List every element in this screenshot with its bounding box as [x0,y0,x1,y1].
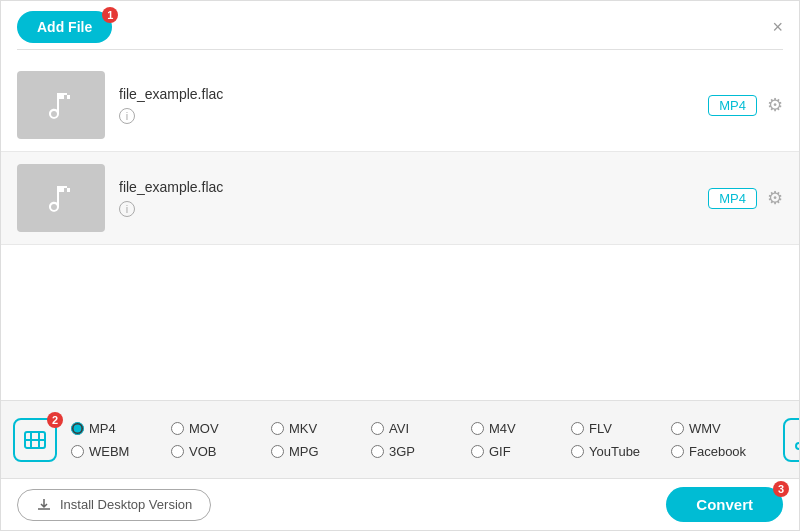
format-option-mpg: MPG [271,444,371,459]
3gp-label[interactable]: 3GP [389,444,415,459]
file-info: file_example.flac i [119,179,708,217]
convert-wrapper: 3 Convert [666,487,783,522]
format-row-2: WEBM VOB MPG 3GP GIF [71,444,771,459]
file-item: file_example.flac i MP4 ⚙ [1,152,799,245]
vob-radio[interactable] [171,445,184,458]
mpg-label[interactable]: MPG [289,444,319,459]
youtube-label[interactable]: YouTube [589,444,640,459]
gif-label[interactable]: GIF [489,444,511,459]
settings-button[interactable]: ⚙ [767,187,783,209]
format-rows: MP4 MOV MKV AVI M4V [71,421,771,459]
format-row-1: MP4 MOV MKV AVI M4V [71,421,771,436]
format-option-mkv: MKV [271,421,371,436]
file-thumbnail [17,164,105,232]
vob-label[interactable]: VOB [189,444,216,459]
music-icon [43,180,79,216]
wmv-radio[interactable] [671,422,684,435]
format-icon-wrapper: 2 [13,418,57,462]
gif-radio[interactable] [471,445,484,458]
audio-icon-wrapper [783,418,800,462]
format-options: MP4 MOV MKV AVI M4V [71,421,771,459]
convert-badge: 3 [773,481,789,497]
format-option-mov: MOV [171,421,271,436]
file-name: file_example.flac [119,179,708,195]
format-option-mp4: MP4 [71,421,171,436]
svg-point-4 [796,443,800,449]
music-icon [43,87,79,123]
avi-radio[interactable] [371,422,384,435]
format-section-badge: 2 [47,412,63,428]
mov-radio[interactable] [171,422,184,435]
audio-format-icon[interactable] [783,418,800,462]
mov-label[interactable]: MOV [189,421,219,436]
m4v-label[interactable]: M4V [489,421,516,436]
m4v-radio[interactable] [471,422,484,435]
info-icon[interactable]: i [119,201,135,217]
format-option-youtube: YouTube [571,444,671,459]
webm-label[interactable]: WEBM [89,444,129,459]
add-file-button[interactable]: Add File [17,11,112,43]
format-option-facebook: Facebook [671,444,771,459]
file-actions: MP4 ⚙ [708,187,783,209]
avi-label[interactable]: AVI [389,421,409,436]
file-info: file_example.flac i [119,86,708,124]
format-badge[interactable]: MP4 [708,95,757,116]
info-icon[interactable]: i [119,108,135,124]
format-option-wmv: WMV [671,421,771,436]
mkv-label[interactable]: MKV [289,421,317,436]
add-file-wrapper: Add File 1 [17,11,112,43]
file-count-badge: 1 [102,7,118,23]
webm-radio[interactable] [71,445,84,458]
mkv-radio[interactable] [271,422,284,435]
mp4-radio[interactable] [71,422,84,435]
file-list: file_example.flac i MP4 ⚙ file_example.f… [1,59,799,400]
facebook-radio[interactable] [671,445,684,458]
format-option-m4v: M4V [471,421,571,436]
format-option-gif: GIF [471,444,571,459]
install-button[interactable]: Install Desktop Version [17,489,211,521]
download-icon [36,497,52,513]
youtube-radio[interactable] [571,445,584,458]
action-bar: Install Desktop Version 3 Convert [1,478,799,530]
mp4-label[interactable]: MP4 [89,421,116,436]
format-option-flv: FLV [571,421,671,436]
mpg-radio[interactable] [271,445,284,458]
install-label: Install Desktop Version [60,497,192,512]
facebook-label[interactable]: Facebook [689,444,746,459]
wmv-label[interactable]: WMV [689,421,721,436]
settings-button[interactable]: ⚙ [767,94,783,116]
file-actions: MP4 ⚙ [708,94,783,116]
file-name: file_example.flac [119,86,708,102]
header-separator [17,49,783,50]
format-option-vob: VOB [171,444,271,459]
header: Add File 1 × [1,1,799,49]
format-option-3gp: 3GP [371,444,471,459]
flv-radio[interactable] [571,422,584,435]
flv-label[interactable]: FLV [589,421,612,436]
file-item: file_example.flac i MP4 ⚙ [1,59,799,152]
close-button[interactable]: × [772,18,783,36]
format-option-avi: AVI [371,421,471,436]
convert-button[interactable]: Convert [666,487,783,522]
3gp-radio[interactable] [371,445,384,458]
file-thumbnail [17,71,105,139]
format-option-webm: WEBM [71,444,171,459]
bottom-bar: 2 MP4 MOV [1,400,799,478]
format-badge[interactable]: MP4 [708,188,757,209]
